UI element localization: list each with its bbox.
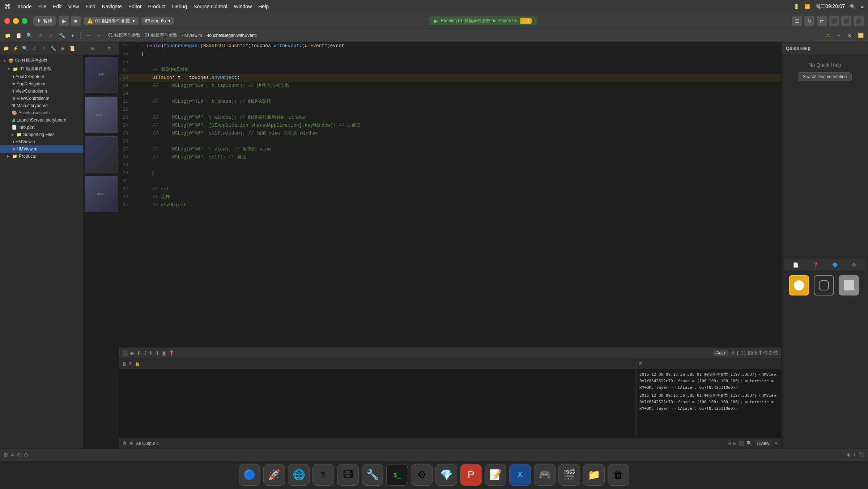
step-over-btn[interactable]: ⤴	[144, 350, 146, 356]
dock-finder[interactable]: 🔵	[239, 464, 260, 486]
output-toggle-btn[interactable]: ⊞	[733, 441, 737, 446]
toggle-console-btn[interactable]: ⬛	[122, 350, 128, 356]
menubar-control-center-icon[interactable]: ≡	[861, 4, 864, 9]
output-expand-btn[interactable]: ⬛	[739, 441, 744, 446]
menu-find[interactable]: Find	[85, 4, 95, 9]
scheme-select[interactable]: 01-触摸事件参数	[741, 350, 778, 356]
debug-toggle[interactable]: 📋	[14, 31, 23, 40]
file-tree-item[interactable]: ⊞ Main.storyboard	[0, 102, 83, 109]
debug-nav-icon[interactable]: 🔧	[49, 44, 57, 52]
lock-icon[interactable]: 🔒	[135, 361, 140, 366]
simulate-location-btn[interactable]: 📍	[169, 350, 175, 356]
object-icon-3[interactable]	[839, 275, 859, 295]
dock-sketch[interactable]: 💎	[435, 464, 457, 486]
identity-inspector-icon[interactable]: 🔷	[832, 262, 838, 268]
search-documentation-button[interactable]: Search Documentation	[798, 72, 851, 81]
list-view-icon[interactable]: ≡	[105, 44, 113, 52]
menu-file[interactable]: File	[38, 4, 47, 9]
menu-view[interactable]: View	[68, 4, 79, 9]
menu-xcode[interactable]: Xcode	[17, 4, 32, 9]
dock-notes[interactable]: 📝	[485, 464, 506, 486]
thumbnail-2[interactable]: UIRe...	[85, 97, 118, 133]
pause-debugger-btn[interactable]: ⏸	[137, 350, 142, 356]
file-tree-item[interactable]: h ViewController.h	[0, 88, 83, 95]
code-editor[interactable]: 14 - (void)touchesBegan:(NSSet<UITouch*>…	[119, 42, 781, 347]
file-tree-item[interactable]: ▶ 📁 Supporting Files	[0, 131, 83, 138]
file-tree-item[interactable]: ▼ 📁 01-触摸事件参数	[0, 65, 83, 73]
dock-tools[interactable]: 🔧	[362, 464, 383, 486]
filter-btn[interactable]: ⊟	[727, 441, 731, 446]
menu-product[interactable]: Product	[148, 4, 166, 9]
minimize-window-button[interactable]	[13, 18, 19, 24]
file-tree-item[interactable]: h AppDelegate.h	[0, 73, 83, 80]
thumbnail-4[interactable]: UIVie...	[85, 176, 118, 212]
dock-trash[interactable]: 🗑	[608, 464, 629, 486]
file-tree-item[interactable]: 📄 Info.plist	[0, 124, 83, 131]
step-into-btn[interactable]: ⬇	[149, 350, 153, 356]
dock-game[interactable]: 🎮	[534, 464, 556, 486]
jump-to-definition[interactable]: →	[834, 31, 843, 40]
split-view-icon[interactable]: ⊞	[129, 361, 132, 366]
menu-edit[interactable]: Edit	[53, 4, 61, 9]
navigator-toggle[interactable]: 📁	[3, 31, 12, 40]
object-icon-1[interactable]	[789, 275, 809, 295]
file-tree-item[interactable]: m ViewController.m	[0, 95, 83, 102]
file-tree-item[interactable]: ▼ 📦 01-触摸事件参数	[0, 56, 83, 65]
breakpoint-nav-icon[interactable]: ◆	[59, 44, 67, 52]
breadcrumb-item-0[interactable]: 01-触摸事件参数	[108, 32, 140, 38]
split-button[interactable]: ⇄	[817, 16, 827, 26]
breadcrumb-item-2[interactable]: HMView.m	[182, 33, 202, 38]
grid-toggle-icon[interactable]: ⊞	[4, 452, 8, 458]
issue-nav-icon[interactable]: ⚠	[30, 44, 38, 52]
test-nav-icon[interactable]: ✓	[40, 44, 48, 52]
right-panel-button[interactable]: ⬛	[854, 16, 864, 26]
symbol-nav-icon[interactable]: ⚡	[12, 44, 20, 52]
dock-media[interactable]: 🎞	[337, 464, 359, 486]
close-window-button[interactable]	[4, 18, 10, 24]
forward-button[interactable]: →	[94, 31, 104, 40]
maximize-window-button[interactable]	[22, 18, 27, 24]
dock-launchpad[interactable]: 🚀	[263, 464, 285, 486]
test-btn[interactable]: ✓	[46, 31, 56, 40]
source-btn[interactable]: ♦	[68, 31, 77, 40]
error-indicator[interactable]: ⚠	[823, 31, 833, 40]
thumbnail-1[interactable]: 视图	[85, 57, 118, 93]
object-icon-2[interactable]	[814, 275, 834, 295]
zoom-in-icon[interactable]: ⊕	[24, 452, 28, 458]
output-inspector-btn[interactable]: 🔍	[746, 441, 752, 446]
menu-editor[interactable]: Editor	[128, 4, 142, 9]
device-selector[interactable]: iPhone 6s ▾	[141, 17, 174, 25]
step-out-btn[interactable]: ⬆	[155, 350, 159, 356]
quick-help-icon-small[interactable]: ❓	[813, 262, 818, 268]
menu-help[interactable]: Help	[258, 4, 269, 9]
center-panel-button[interactable]: ⬛	[841, 16, 851, 26]
all-output-label[interactable]: All Output ◇	[136, 441, 159, 446]
dock-settings[interactable]: ⚙	[411, 464, 433, 486]
list-toggle-icon[interactable]: ≡	[11, 452, 14, 458]
grid-view-icon[interactable]: ⊞	[89, 44, 97, 52]
menubar-search-icon[interactable]: 🔍	[850, 4, 856, 9]
search-btn[interactable]: 🔍	[25, 31, 34, 40]
version-editor[interactable]: 🔀	[856, 31, 865, 40]
dock-clipboard[interactable]: P	[460, 464, 482, 486]
dock-safari[interactable]: 🌐	[288, 464, 310, 486]
menu-navigate[interactable]: Navigate	[102, 4, 122, 9]
log-nav-icon[interactable]: 📜	[68, 44, 76, 52]
dock-mouse[interactable]: 🖱	[312, 464, 334, 486]
dock-terminal[interactable]: $_	[386, 464, 408, 486]
warning-btn[interactable]: ⚠	[35, 31, 45, 40]
apple-menu[interactable]: ⌘	[4, 3, 11, 10]
debug-memory-btn[interactable]: ▣	[162, 350, 166, 356]
menu-window[interactable]: Window	[234, 4, 252, 9]
scheme-selector[interactable]: ⚠️ 01-触摸事件参数 ▾	[84, 17, 139, 25]
auto-label[interactable]: Auto	[713, 350, 728, 356]
file-tree-item[interactable]: 🎨 Assets.xcassets	[0, 109, 83, 116]
debug-btn[interactable]: 🔧	[57, 31, 67, 40]
left-panel-button[interactable]: ⬛	[829, 16, 839, 26]
clear-filter-icon[interactable]: ✕	[774, 441, 778, 446]
menu-debug[interactable]: Debug	[172, 4, 187, 9]
uiview-filter[interactable]: uiview	[754, 440, 772, 447]
file-tree-item[interactable]: ⊞ LaunchScreen.storyboard	[0, 116, 83, 124]
list-view-button[interactable]: ☰	[792, 16, 802, 26]
dock-xcode[interactable]: X	[509, 464, 531, 486]
